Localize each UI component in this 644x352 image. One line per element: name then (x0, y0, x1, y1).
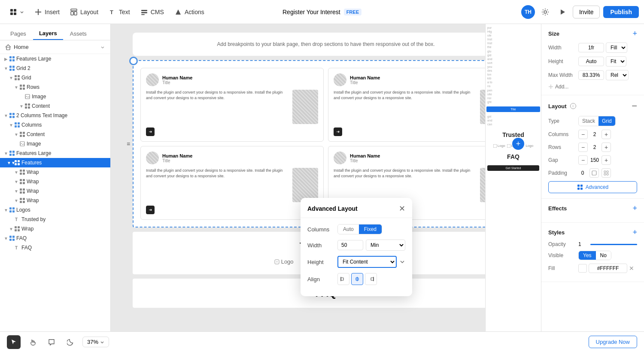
layer-item-image-2[interactable]: Image (0, 139, 110, 149)
layer-item-features-large-1[interactable]: Features Large (0, 54, 110, 64)
tab-layers[interactable]: Layers (33, 27, 63, 40)
svg-rect-92 (493, 144, 497, 148)
tab-assets[interactable]: Assets (64, 27, 93, 40)
visible-yes-btn[interactable]: Yes (579, 251, 596, 260)
align-center-btn[interactable] (351, 273, 363, 285)
actions-button[interactable]: Actions (170, 6, 209, 18)
columns-increase-btn[interactable]: + (601, 130, 611, 139)
padding-corner-btn[interactable] (589, 168, 599, 178)
layer-item-wrap-4[interactable]: Wrap (0, 196, 110, 205)
layer-item-wrap-2[interactable]: Wrap (0, 177, 110, 186)
add-section-btn[interactable]: + (512, 138, 524, 150)
fixed-btn[interactable]: Fixed (359, 225, 382, 234)
layer-item-features[interactable]: ▼ Features (0, 158, 110, 167)
comment-tool-btn[interactable] (45, 335, 58, 349)
gap-decrease-btn[interactable]: − (578, 155, 588, 165)
upgrade-button[interactable]: Upgrade Now (589, 336, 638, 348)
tab-pages[interactable]: Pages (4, 27, 32, 40)
insert-button[interactable]: Insert (30, 6, 64, 18)
svg-rect-67 (20, 188, 22, 191)
stack-btn[interactable]: Stack (579, 116, 598, 126)
overlay-get-started-btn[interactable]: Get Started (487, 165, 539, 171)
modal-height-select[interactable]: Fit Content (337, 256, 397, 268)
feature-action-btn[interactable] (146, 206, 155, 214)
width-unit-select[interactable]: Fill (606, 42, 627, 53)
height-unit-select[interactable]: Fit (606, 56, 626, 67)
preview-button[interactable] (556, 5, 569, 19)
feature-name: Human Name (162, 153, 192, 158)
svg-rect-39 (12, 113, 15, 115)
add-row[interactable]: Add... (548, 84, 637, 90)
fill-input[interactable] (589, 264, 627, 273)
modal-close-btn[interactable]: ✕ (399, 204, 405, 213)
layer-item-features-large-2[interactable]: Features Large (0, 149, 110, 158)
align-right-btn[interactable] (365, 273, 377, 285)
modal-title: Advanced Layout (307, 205, 358, 212)
text-button[interactable]: T Text (104, 6, 134, 18)
layer-item-grid-2[interactable]: Grid 2 (0, 64, 110, 73)
svg-rect-22 (12, 66, 15, 68)
layer-label: Wrap (27, 179, 39, 185)
layer-item-faq[interactable]: FAQ (0, 234, 110, 243)
layout-collapse-btn[interactable]: − (632, 100, 637, 112)
opacity-bar[interactable] (590, 244, 637, 245)
feature-action-btn[interactable] (146, 127, 155, 136)
modal-width-input[interactable] (337, 240, 363, 250)
modal-width-unit-select[interactable]: Min (366, 240, 405, 251)
align-center-icon (354, 276, 360, 282)
gap-increase-btn[interactable]: + (601, 155, 611, 165)
feature-action-btn[interactable] (334, 127, 342, 136)
padding-separate-btn[interactable] (601, 168, 611, 178)
height-input[interactable] (578, 57, 604, 66)
max-width-unit-select[interactable]: Rel (606, 70, 629, 80)
layer-item-wrap-3[interactable]: Wrap (0, 186, 110, 196)
gap-row: Gap − 150 + (548, 155, 637, 165)
layer-item-grid[interactable]: Grid (0, 73, 110, 82)
feature-info: Human Name Title (162, 75, 192, 85)
layer-item-rows[interactable]: Rows (0, 82, 110, 92)
info-icon[interactable]: i (570, 103, 576, 109)
hand-tool-btn[interactable] (26, 335, 39, 349)
layer-item-wrap-1[interactable]: Wrap (0, 167, 110, 177)
layer-item-trusted-by[interactable]: T Trusted by (0, 215, 110, 224)
svg-rect-43 (18, 122, 20, 124)
layer-item-faq-text[interactable]: T FAQ (0, 243, 110, 252)
layer-item-wrap-5[interactable]: Wrap (0, 224, 110, 234)
cms-button[interactable]: CMS (136, 6, 168, 18)
home-row[interactable]: Home (0, 40, 110, 54)
layer-item-image[interactable]: Image (0, 92, 110, 101)
layer-item-logos[interactable]: Logos (0, 205, 110, 215)
auto-btn[interactable]: Auto (338, 225, 359, 234)
fill-swatch[interactable] (578, 264, 587, 273)
size-add-btn[interactable]: + (632, 29, 637, 38)
fill-remove-btn[interactable]: ✕ (629, 265, 634, 272)
layer-item-2-columns[interactable]: 2 Columns Text Image (0, 111, 110, 120)
select-tool-btn[interactable] (7, 335, 21, 349)
align-left-btn[interactable] (337, 273, 349, 285)
visible-no-btn[interactable]: No (596, 251, 611, 260)
layout-button[interactable]: Layout (66, 6, 103, 18)
zoom-control[interactable]: 37% (82, 337, 109, 347)
dark-mode-btn[interactable] (64, 335, 77, 349)
rows-decrease-btn[interactable]: − (578, 143, 588, 152)
width-input[interactable] (578, 43, 604, 52)
svg-rect-52 (12, 151, 15, 153)
max-width-value: Rel (578, 70, 637, 80)
drag-handle[interactable]: ≡ (127, 140, 130, 147)
publish-button[interactable]: Publish (603, 6, 639, 18)
invite-button[interactable]: Invite (573, 6, 600, 18)
layer-item-columns[interactable]: Columns (0, 120, 110, 130)
max-width-input[interactable] (578, 70, 604, 80)
grid-btn[interactable]: Grid (598, 116, 615, 126)
rows-increase-btn[interactable]: + (601, 143, 611, 152)
layer-item-content[interactable]: Content (0, 101, 110, 111)
layer-item-content-2[interactable]: Content (0, 130, 110, 139)
styles-add-btn[interactable]: + (632, 228, 637, 237)
advanced-layout-btn[interactable]: Advanced (548, 181, 637, 193)
settings-button[interactable] (538, 5, 552, 19)
effects-add-btn[interactable]: + (632, 204, 637, 213)
modal-align-label: Align (307, 276, 337, 282)
arrow-icon: ▼ (9, 160, 14, 165)
columns-decrease-btn[interactable]: − (578, 130, 588, 139)
logo-button[interactable] (5, 6, 28, 18)
